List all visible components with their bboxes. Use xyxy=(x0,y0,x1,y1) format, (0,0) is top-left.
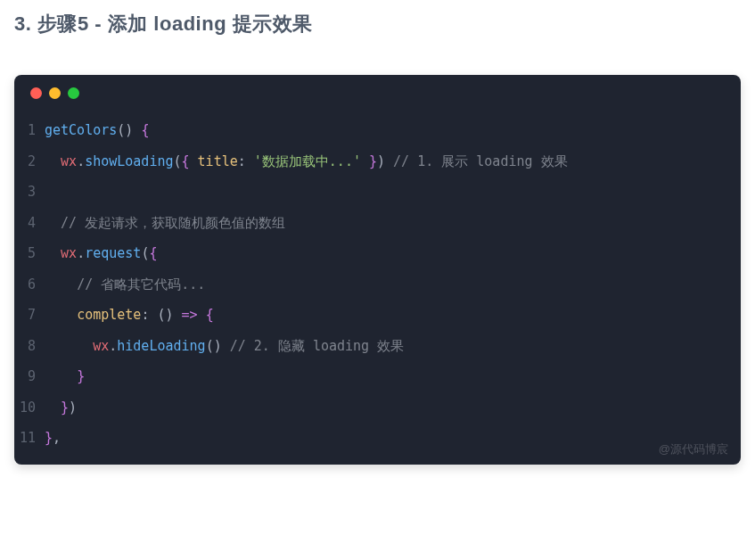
code-token: () xyxy=(117,122,141,138)
traffic-light-yellow-icon xyxy=(49,87,61,99)
code-line: 11}, xyxy=(14,423,741,454)
code-token: title xyxy=(198,153,238,169)
code-token: wx xyxy=(93,338,109,354)
code-line: 10 }) xyxy=(14,392,741,424)
code-token: // 发起请求，获取随机颜色值的数组 xyxy=(61,215,285,231)
traffic-light-green-icon xyxy=(68,87,79,99)
line-content xyxy=(45,177,741,208)
code-token: , xyxy=(53,430,61,446)
line-content: }) xyxy=(45,392,741,424)
code-line: 1getColors() { xyxy=(14,115,741,146)
line-number: 8 xyxy=(14,331,45,362)
code-token: showLoading xyxy=(85,153,173,169)
code-token xyxy=(45,215,61,231)
code-token xyxy=(45,399,61,416)
code-token: . xyxy=(77,153,85,169)
code-token: getColors xyxy=(45,122,117,138)
line-number: 2 xyxy=(14,146,45,177)
code-token: ( xyxy=(174,153,182,169)
traffic-light-red-icon xyxy=(30,87,42,99)
line-content: } xyxy=(45,361,741,392)
line-number: 9 xyxy=(14,361,45,392)
code-token xyxy=(45,368,77,384)
code-token: } xyxy=(61,399,69,416)
code-token: { xyxy=(141,122,149,138)
code-token xyxy=(45,153,61,169)
code-token xyxy=(361,153,369,169)
line-number: 6 xyxy=(14,269,45,301)
code-token xyxy=(190,153,198,169)
line-number: 1 xyxy=(14,115,45,146)
code-token: : xyxy=(238,153,254,169)
code-token: { xyxy=(149,245,157,261)
line-number: 5 xyxy=(14,238,45,269)
code-line: 7 complete: () => { xyxy=(14,300,741,331)
line-content: }, xyxy=(45,423,741,454)
line-content: complete: () => { xyxy=(45,300,741,331)
code-token: { xyxy=(206,307,214,323)
code-token: wx xyxy=(61,153,77,169)
line-content: getColors() { xyxy=(45,115,741,146)
code-token: // 省略其它代码... xyxy=(77,276,205,292)
line-number: 11 xyxy=(14,423,45,454)
line-content: wx.request({ xyxy=(45,238,741,269)
code-line: 2 wx.showLoading({ title: '数据加载中...' }) … xyxy=(14,146,741,177)
code-token xyxy=(45,338,93,354)
line-number: 3 xyxy=(14,177,45,208)
section-heading: 3. 步骤5 - 添加 loading 提示效果 xyxy=(0,0,755,37)
code-block: 1getColors() {2 wx.showLoading({ title: … xyxy=(14,75,741,465)
code-token: : () xyxy=(141,307,181,323)
code-token xyxy=(45,276,77,292)
line-content: // 省略其它代码... xyxy=(45,269,741,301)
code-area[interactable]: 1getColors() {2 wx.showLoading({ title: … xyxy=(14,108,741,465)
line-content: // 发起请求，获取随机颜色值的数组 xyxy=(45,208,741,239)
code-token xyxy=(45,245,61,261)
code-token: request xyxy=(85,245,141,261)
code-token xyxy=(198,307,206,323)
code-token: hideLoading xyxy=(117,338,205,354)
code-token: . xyxy=(109,338,117,354)
code-token: } xyxy=(369,153,377,169)
watermark: @源代码博宸 xyxy=(659,441,728,457)
line-content: wx.showLoading({ title: '数据加载中...' }) //… xyxy=(45,146,741,177)
code-token: . xyxy=(77,245,85,261)
code-token: // 1. 展示 loading 效果 xyxy=(393,153,567,169)
code-line: 6 // 省略其它代码... xyxy=(14,269,741,301)
code-line: 8 wx.hideLoading() // 2. 隐藏 loading 效果 xyxy=(14,331,741,362)
code-token: => xyxy=(182,307,198,323)
code-token: } xyxy=(45,430,53,446)
code-line: 3 xyxy=(14,177,741,208)
code-line: 4 // 发起请求，获取随机颜色值的数组 xyxy=(14,208,741,239)
code-line: 5 wx.request({ xyxy=(14,238,741,269)
code-token: () xyxy=(206,338,230,354)
code-token: { xyxy=(182,153,190,169)
code-token: wx xyxy=(61,245,77,261)
line-content: wx.hideLoading() // 2. 隐藏 loading 效果 xyxy=(45,331,741,362)
line-number: 4 xyxy=(14,208,45,239)
code-token: '数据加载中...' xyxy=(254,153,361,169)
code-token: ) xyxy=(377,153,393,169)
line-number: 10 xyxy=(14,392,45,424)
code-token: ) xyxy=(69,399,77,416)
code-token xyxy=(45,307,77,323)
window-traffic-lights xyxy=(14,75,741,108)
code-token: // 2. 隐藏 loading 效果 xyxy=(230,338,404,354)
code-token: } xyxy=(77,368,85,384)
line-number: 7 xyxy=(14,300,45,331)
code-token: complete xyxy=(77,307,141,323)
code-line: 9 } xyxy=(14,361,741,392)
